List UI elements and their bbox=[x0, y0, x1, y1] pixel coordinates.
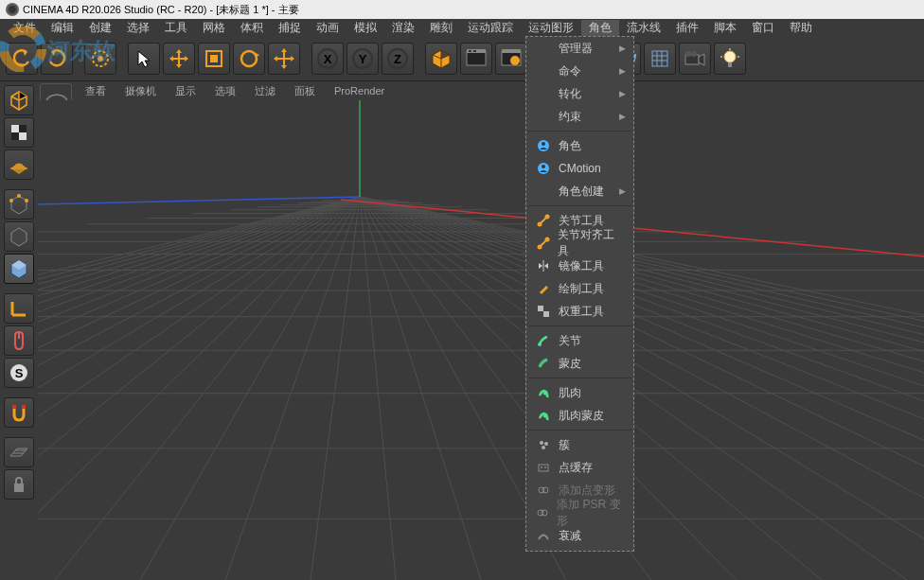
menu-item-绘制工具[interactable]: 绘制工具 bbox=[526, 277, 633, 300]
menu-运动跟踪[interactable]: 运动跟踪 bbox=[460, 20, 521, 36]
left-edge-edit-button[interactable] bbox=[4, 221, 34, 252]
viewport-tab-显示[interactable]: 显示 bbox=[166, 84, 205, 98]
menu-脚本[interactable]: 脚本 bbox=[706, 20, 744, 36]
viewport-tab-选项[interactable]: 选项 bbox=[205, 84, 245, 98]
cube-button[interactable] bbox=[425, 43, 457, 75]
viewport-tab-查看[interactable]: 查看 bbox=[76, 84, 116, 98]
menu-窗口[interactable]: 窗口 bbox=[744, 20, 782, 36]
render-pic-button[interactable] bbox=[460, 43, 492, 75]
deformer-button[interactable] bbox=[644, 43, 676, 75]
left-poly-edit-button[interactable] bbox=[4, 189, 34, 220]
menu-item-簇[interactable]: 簇 bbox=[526, 433, 633, 456]
svg-point-121 bbox=[545, 215, 550, 220]
svg-rect-16 bbox=[502, 49, 521, 53]
menu-捕捉[interactable]: 捕捉 bbox=[271, 20, 309, 36]
left-lock-button[interactable] bbox=[4, 469, 34, 500]
svg-rect-21 bbox=[652, 51, 667, 66]
undo-button[interactable] bbox=[6, 43, 38, 75]
menu-动画[interactable]: 动画 bbox=[309, 20, 346, 36]
left-corner-button[interactable] bbox=[4, 293, 34, 324]
camera-button[interactable] bbox=[679, 43, 711, 75]
axis-z-button[interactable]: Z bbox=[382, 43, 414, 75]
menu-item-蒙皮[interactable]: 蒙皮 bbox=[526, 352, 633, 375]
left-model-button[interactable] bbox=[4, 85, 34, 115]
menu-模拟[interactable]: 模拟 bbox=[346, 20, 384, 36]
svg-point-17 bbox=[510, 56, 520, 65]
svg-rect-125 bbox=[543, 311, 549, 317]
menu-流水线[interactable]: 流水线 bbox=[619, 20, 668, 36]
menu-item-角色[interactable]: 角色 bbox=[526, 134, 633, 157]
svg-rect-11 bbox=[467, 52, 486, 65]
person-circle-icon bbox=[536, 138, 551, 153]
svg-point-129 bbox=[540, 441, 543, 445]
viewport-tab-过滤[interactable]: 过滤 bbox=[245, 84, 285, 98]
menu-插件[interactable]: 插件 bbox=[668, 20, 706, 36]
menu-item-关节对齐工具[interactable]: 关节对齐工具 bbox=[526, 232, 633, 255]
menu-雕刻[interactable]: 雕刻 bbox=[422, 20, 460, 36]
menu-帮助[interactable]: 帮助 bbox=[782, 20, 820, 36]
cache-icon bbox=[536, 460, 551, 475]
window-titlebar: CINEMA 4D R20.026 Studio (RC - R20) - [未… bbox=[0, 0, 924, 19]
perspective-viewport[interactable] bbox=[38, 100, 924, 580]
submenu-arrow-icon: ▶ bbox=[619, 44, 626, 53]
svg-point-122 bbox=[537, 245, 542, 250]
scale-button[interactable] bbox=[198, 43, 230, 75]
menu-创建[interactable]: 创建 bbox=[81, 20, 119, 36]
left-floor-button[interactable] bbox=[4, 149, 34, 180]
viewport-tab-ProRender[interactable]: ProRender bbox=[325, 85, 394, 97]
left-material-button[interactable] bbox=[4, 117, 34, 148]
viewport-container: 查看摄像机显示选项过滤面板ProRender 透视视图 bbox=[38, 81, 924, 580]
menu-item-点缓存[interactable]: 点缓存 bbox=[526, 456, 633, 479]
menu-item-管理器[interactable]: 管理器▶ bbox=[526, 37, 633, 60]
person-circle-icon bbox=[536, 161, 551, 176]
menu-编辑[interactable]: 编辑 bbox=[44, 20, 81, 36]
viewport-tab-面板[interactable]: 面板 bbox=[285, 84, 325, 98]
menu-渲染[interactable]: 渲染 bbox=[384, 20, 422, 36]
checker-icon bbox=[536, 304, 551, 319]
rotate-button[interactable] bbox=[233, 43, 265, 75]
viewport-tab-摄像机[interactable]: 摄像机 bbox=[116, 84, 166, 98]
menu-item-肌肉蒙皮[interactable]: 肌肉蒙皮 bbox=[526, 404, 633, 427]
move-button[interactable] bbox=[163, 43, 195, 75]
left-magnet-button[interactable] bbox=[4, 397, 34, 428]
cursor-button[interactable] bbox=[128, 43, 160, 75]
main-toolbar: XYZ bbox=[0, 36, 924, 81]
left-mouse-edit-button[interactable] bbox=[4, 325, 34, 356]
menu-item-约束[interactable]: 约束▶ bbox=[526, 105, 633, 128]
left-snap-s-button[interactable]: S bbox=[4, 358, 34, 388]
menu-网格[interactable]: 网格 bbox=[195, 20, 233, 36]
bone-icon bbox=[536, 236, 550, 251]
move-axis-button[interactable] bbox=[268, 43, 300, 75]
svg-point-29 bbox=[724, 51, 736, 62]
svg-point-0 bbox=[93, 51, 108, 66]
menu-item-命令[interactable]: 命令▶ bbox=[526, 60, 633, 82]
render-settings-button[interactable] bbox=[495, 43, 527, 75]
menu-item-权重工具[interactable]: 权重工具 bbox=[526, 300, 633, 323]
menu-item-衰减[interactable]: 衰减 bbox=[526, 524, 633, 547]
left-workplane-button[interactable] bbox=[4, 437, 34, 467]
joint-icon bbox=[536, 333, 551, 348]
menu-文件[interactable]: 文件 bbox=[6, 20, 44, 36]
select-live-button[interactable] bbox=[84, 43, 116, 75]
menu-工具[interactable]: 工具 bbox=[157, 20, 195, 36]
menu-item-关节[interactable]: 关节 bbox=[526, 329, 633, 352]
axis-y-button[interactable]: Y bbox=[346, 43, 379, 75]
menu-item-转化[interactable]: 转化▶ bbox=[526, 82, 633, 105]
menu-item-镜像工具[interactable]: 镜像工具 bbox=[526, 255, 633, 277]
svg-point-27 bbox=[685, 51, 691, 57]
redo-button[interactable] bbox=[41, 43, 73, 75]
menu-角色[interactable]: 角色 bbox=[581, 20, 619, 36]
menu-体积[interactable]: 体积 bbox=[233, 20, 271, 36]
mirror-icon bbox=[536, 258, 551, 273]
axis-x-button[interactable]: X bbox=[311, 43, 344, 75]
left-cube-edit-button[interactable] bbox=[4, 254, 34, 284]
menu-item-角色创建[interactable]: 角色创建▶ bbox=[526, 180, 633, 202]
menu-选择[interactable]: 选择 bbox=[119, 20, 157, 36]
menu-item-肌肉[interactable]: 肌肉 bbox=[526, 381, 633, 404]
menu-运动图形[interactable]: 运动图形 bbox=[521, 20, 581, 36]
light-button[interactable] bbox=[714, 43, 746, 75]
svg-rect-46 bbox=[12, 405, 16, 409]
svg-text:Y: Y bbox=[359, 52, 367, 66]
menu-item-CMotion[interactable]: CMotion bbox=[526, 157, 633, 180]
svg-point-28 bbox=[691, 51, 697, 57]
